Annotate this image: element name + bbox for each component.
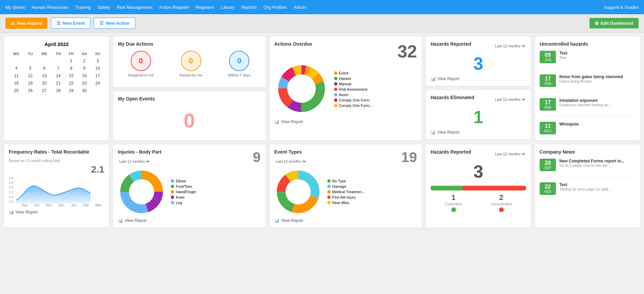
calendar-day[interactable]: 29 <box>65 87 78 94</box>
calendar-day[interactable]: 8 <box>65 65 78 72</box>
hazards-eliminated-view-report[interactable]: 📊 View Report <box>431 130 526 135</box>
news-badge: 22 FEB <box>540 182 556 195</box>
calendar-day[interactable]: 14 <box>52 72 65 80</box>
assigned-circle: 0 <box>131 51 151 71</box>
calendar-day[interactable]: 1 <box>65 57 78 65</box>
nav-safety[interactable]: Safety <box>98 5 110 10</box>
calendar-day <box>52 57 65 65</box>
nav-my-stems[interactable]: My Stems <box>5 5 25 10</box>
nav-admin[interactable]: Admin <box>294 5 306 10</box>
calendar-day[interactable]: 18 <box>9 80 24 87</box>
list-item[interactable]: 28 SEP New Completed Forms report in... … <box>540 159 635 171</box>
injuries-legend: ElbowFoot/ToesHand/FingerKneeLeg <box>171 179 196 205</box>
col2-row1: My Due Actions 0 Assigned to me 0 Raised… <box>113 37 266 140</box>
overdue-header: Actions Overdue 32 <box>274 41 417 62</box>
legend-item: Comply One Form... <box>334 104 373 108</box>
calendar-day[interactable]: 17 <box>91 72 104 80</box>
nav-training[interactable]: Training <box>75 5 90 10</box>
calendar-day[interactable]: 6 <box>37 65 52 72</box>
raised-item: 0 Raised by me <box>180 51 202 77</box>
nav-action-register[interactable]: Action Register <box>159 5 189 10</box>
nav-reports[interactable]: Reports <box>241 5 257 10</box>
legend-item: Medical Treatmen... <box>327 190 365 194</box>
legend-item: Elbow <box>171 179 196 183</box>
calendar-day <box>91 87 104 94</box>
calendar-day[interactable]: 5 <box>24 65 37 72</box>
nav-org-profiles[interactable]: Org Profiles <box>264 5 287 10</box>
nav-risk-management[interactable]: Risk Management <box>117 5 152 10</box>
calendar-day[interactable]: 10 <box>91 65 104 72</box>
injuries-donut-row: ElbowFoot/ToesHand/FingerKneeLeg <box>118 168 261 216</box>
calendar-day[interactable]: 12 <box>24 72 37 80</box>
list-item[interactable]: 09 JUN Test Test <box>540 51 635 63</box>
hazard-badge: 17 FEB <box>540 74 556 87</box>
calendar-day[interactable]: 19 <box>24 80 37 87</box>
injuries-view-report[interactable]: 📊 View Report <box>118 218 261 223</box>
new-event-button[interactable]: ☰ New Event <box>51 18 91 29</box>
overdue-donut <box>274 62 329 117</box>
raised-label: Raised by me <box>180 73 202 77</box>
calendar-day[interactable]: 30 <box>78 87 91 94</box>
calendar-day[interactable]: 27 <box>37 87 52 94</box>
action-icon: ☰ <box>100 21 104 26</box>
legend-item: Near Miss <box>327 201 365 205</box>
hazard-text: Noise from gates being slammed Gates bei… <box>559 74 623 83</box>
injuries-title-group: Injuries - Body Part Last 12 months <box>118 149 161 164</box>
calendar-day[interactable]: 20 <box>37 80 52 87</box>
controlled-row: 1 Controlled 2 Uncontrolled <box>431 193 526 212</box>
calendar-day[interactable]: 25 <box>9 87 24 94</box>
edit-dashboard-button[interactable]: ⊞ Edit Dashboard <box>589 18 639 28</box>
calendar-day[interactable]: 16 <box>78 72 91 80</box>
overdue-view-report[interactable]: 📊 View Report <box>274 119 417 124</box>
hazards-eliminated-period-select[interactable]: Last 12 months <box>494 97 526 102</box>
hazards-reported-header: Hazards Reported Last 12 months <box>431 41 526 51</box>
calendar-widget: April 2022 MO TU WE TH FR SA SU 12345678… <box>4 37 109 140</box>
calendar-day[interactable]: 13 <box>37 72 52 80</box>
news-text: Test Testing for error page on adding n.… <box>559 182 614 191</box>
open-events-card: My Open Events 0 <box>113 91 266 140</box>
new-hazard-button[interactable]: ⚠ New Hazard <box>5 18 47 29</box>
calendar-day[interactable]: 7 <box>52 65 65 72</box>
calendar-day[interactable]: 28 <box>52 87 65 94</box>
calendar-day[interactable]: 15 <box>65 72 78 80</box>
new-action-button[interactable]: ☰ New Action <box>94 18 135 29</box>
list-item[interactable]: 17 FEB Noise from gates being slammed Ga… <box>540 74 635 87</box>
nav-registers[interactable]: Registers <box>196 5 214 10</box>
frequency-value: 2.1 <box>9 164 104 175</box>
calendar-day[interactable]: 22 <box>65 80 78 87</box>
calendar-day[interactable]: 9 <box>78 65 91 72</box>
legend-item: Knee <box>171 195 196 199</box>
calendar-day[interactable]: 2 <box>78 57 91 65</box>
support-link[interactable]: Support & Guides <box>604 5 639 10</box>
list-item[interactable]: 11 NOV Whoopsie <box>540 122 635 134</box>
controlled-bar <box>431 186 462 190</box>
frequency-view-report[interactable]: 📊 View Report <box>9 210 104 214</box>
list-item[interactable]: 17 FEB Inhalation exposure Employee repo… <box>540 98 635 111</box>
hazards-reported-period-select[interactable]: Last 12 months <box>494 44 526 48</box>
injuries-period-select[interactable]: Last 12 months <box>118 159 150 164</box>
calendar-day <box>24 57 37 65</box>
calendar-day[interactable]: 21 <box>52 80 65 87</box>
news-text: New Completed Forms report in... Go to C… <box>559 159 624 167</box>
event-types-donut-row: No TypeDamageMedical Treatmen...First Ai… <box>274 168 417 216</box>
event-types-count: 19 <box>401 149 417 165</box>
calendar-day[interactable]: 23 <box>78 80 91 87</box>
list-item[interactable]: 22 FEB Test Testing for error page on ad… <box>540 182 635 195</box>
col4-row1: Hazards Reported Last 12 months 3 📊 View… <box>426 37 531 140</box>
legend-item: Asset <box>334 93 373 97</box>
calendar-day[interactable]: 26 <box>24 87 37 94</box>
calendar-day[interactable]: 11 <box>9 72 24 80</box>
toolbar-actions: ⚠ New Hazard ☰ New Event ☰ New Action <box>5 18 136 29</box>
dashboard-icon: ⊞ <box>595 21 599 26</box>
nav-human-resources[interactable]: Human Resources <box>32 5 68 10</box>
hazards-bottom-period-select[interactable]: Last 12 months <box>494 152 526 156</box>
calendar-day[interactable]: 3 <box>91 57 104 65</box>
calendar-day[interactable]: 24 <box>91 80 104 87</box>
event-types-view-report[interactable]: 📊 View Report <box>274 218 417 223</box>
event-types-period-select[interactable]: Last 12 months <box>274 159 307 164</box>
x-axis: Sep Oct Nov Dec Jan Feb Mar <box>18 203 104 207</box>
main-grid: April 2022 MO TU WE TH FR SA SU 12345678… <box>0 32 644 232</box>
calendar-day[interactable]: 4 <box>9 65 24 72</box>
nav-library[interactable]: Library <box>221 5 235 10</box>
hazards-reported-view-report[interactable]: 📊 View Report <box>431 76 526 81</box>
